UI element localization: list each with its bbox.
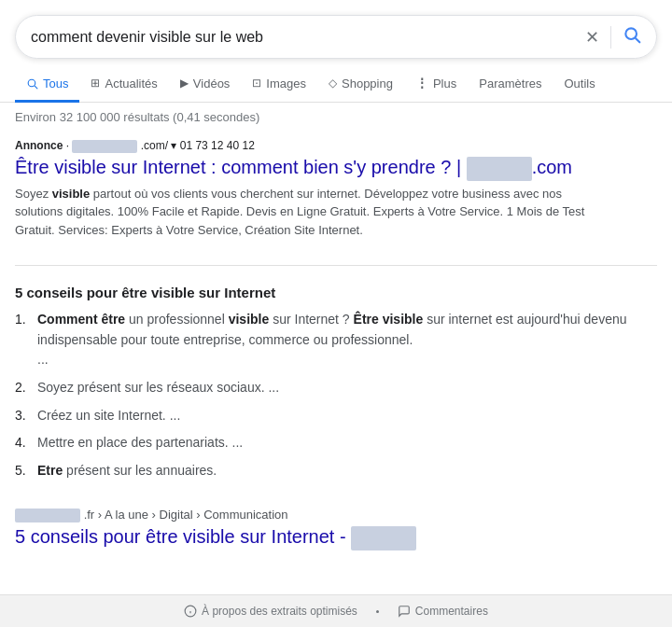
organic-list: 1. Comment être un professionnel visible… xyxy=(15,310,657,481)
actualites-icon: ⊞ xyxy=(91,77,100,90)
list-text-2: Soyez présent sur les réseaux sociaux. .… xyxy=(37,378,279,398)
list-item: 5. Etre présent sur les annuaires. xyxy=(15,461,657,481)
list-item: 3. Créez un site Internet. ... xyxy=(15,406,657,426)
list-item: 2. Soyez présent sur les réseaux sociaux… xyxy=(15,378,657,398)
tab-parametres-label: Paramètres xyxy=(479,77,541,91)
tab-shopping-label: Shopping xyxy=(342,77,393,91)
tab-actualites-label: Actualités xyxy=(105,77,157,91)
search-icons: ✕ xyxy=(585,25,641,49)
close-icon[interactable]: ✕ xyxy=(585,29,599,46)
ad-phone: 01 73 12 40 12 xyxy=(180,139,255,152)
tab-parametres[interactable]: Paramètres xyxy=(468,67,553,103)
tab-plus-label: Plus xyxy=(433,77,456,91)
list-text-1: Comment être un professionnel visible su… xyxy=(37,310,657,370)
svg-point-0 xyxy=(625,28,637,39)
svg-point-2 xyxy=(28,79,35,87)
search-bar: ✕ xyxy=(15,15,657,59)
organic-block: 5 conseils pour être visible sur Interne… xyxy=(15,277,657,496)
ad-title-domain xyxy=(467,157,532,181)
bottom-title[interactable]: 5 conseils pour être visible sur Interne… xyxy=(15,524,657,550)
ad-title[interactable]: Être visible sur Internet : comment bien… xyxy=(15,155,657,181)
ad-domain-blur xyxy=(72,140,137,153)
search-bar-container: ✕ xyxy=(0,0,672,59)
shopping-icon: ◇ xyxy=(329,77,337,90)
list-item: 1. Comment être un professionnel visible… xyxy=(15,310,657,370)
ad-block: Annonce · .com/ ▾ 01 73 12 40 12 Être vi… xyxy=(15,132,657,254)
tous-icon xyxy=(26,77,38,90)
list-num-4: 4. xyxy=(15,433,32,453)
list-num-3: 3. xyxy=(15,406,32,426)
ad-description: Soyez visible partout où vos clients vou… xyxy=(15,185,612,240)
tab-videos-label: Vidéos xyxy=(193,77,231,91)
ad-title-end: .com xyxy=(532,157,572,177)
tab-actualites[interactable]: ⊞ Actualités xyxy=(79,67,168,103)
images-icon: ⊡ xyxy=(252,77,261,90)
bottom-result: .fr › A la une › Digital › Communication… xyxy=(15,500,657,558)
footer-comments-label: Commentaires xyxy=(415,605,488,618)
list-num-2: 2. xyxy=(15,378,32,398)
footer: À propos des extraits optimisés Commenta… xyxy=(0,594,672,627)
vertical-divider xyxy=(610,26,611,49)
comment-icon xyxy=(398,605,411,618)
list-text-5: Etre présent sur les annuaires. xyxy=(37,461,217,481)
ad-chevron: ▾ xyxy=(171,139,176,152)
footer-comments[interactable]: Commentaires xyxy=(398,605,488,618)
list-item: 4. Mettre en place des partenariats. ... xyxy=(15,433,657,453)
tab-images-label: Images xyxy=(266,77,306,91)
ad-title-start: Être visible sur Internet : comment bien… xyxy=(15,157,467,177)
bottom-domain-suffix: .fr › A la une › Digital › Communication xyxy=(84,508,288,522)
bottom-title-blur xyxy=(351,526,416,550)
info-icon xyxy=(184,605,197,618)
footer-about[interactable]: À propos des extraits optimisés xyxy=(184,605,357,618)
main-content: Annonce · .com/ ▾ 01 73 12 40 12 Être vi… xyxy=(0,132,672,558)
search-icon[interactable] xyxy=(623,25,641,49)
svg-line-1 xyxy=(636,38,639,42)
list-text-3: Créez un site Internet. ... xyxy=(37,406,180,426)
nav-tabs: Tous ⊞ Actualités ▶ Vidéos ⊡ Images ◇ Sh… xyxy=(0,66,672,103)
footer-about-label: À propos des extraits optimisés xyxy=(202,605,357,618)
tab-outils-label: Outils xyxy=(564,77,595,91)
svg-line-3 xyxy=(35,86,37,89)
tab-videos[interactable]: ▶ Vidéos xyxy=(169,67,242,103)
tab-outils[interactable]: Outils xyxy=(553,67,606,103)
ad-domain-suffix: .com/ xyxy=(141,139,168,152)
bottom-url-line: .fr › A la une › Digital › Communication xyxy=(15,508,657,522)
tab-tous[interactable]: Tous xyxy=(15,67,79,103)
results-count: Environ 32 100 000 résultats (0,41 secon… xyxy=(0,103,672,132)
search-input[interactable] xyxy=(31,29,585,46)
tab-plus[interactable]: ⋮ Plus xyxy=(404,66,468,103)
tab-shopping[interactable]: ◇ Shopping xyxy=(317,67,404,103)
bottom-domain-blur xyxy=(15,509,80,522)
separator-1 xyxy=(15,265,657,266)
tab-images[interactable]: ⊡ Images xyxy=(241,67,317,103)
videos-icon: ▶ xyxy=(180,77,189,90)
ad-label: Annonce · .com/ ▾ 01 73 12 40 12 xyxy=(15,139,657,153)
organic-heading: 5 conseils pour être visible sur Interne… xyxy=(15,285,657,300)
tab-tous-label: Tous xyxy=(43,77,68,91)
footer-dot xyxy=(376,610,379,613)
bottom-title-start: 5 conseils pour être visible sur Interne… xyxy=(15,526,351,547)
plus-icon: ⋮ xyxy=(415,76,428,91)
list-text-4: Mettre en place des partenariats. ... xyxy=(37,433,243,453)
list-num-5: 5. xyxy=(15,461,32,481)
list-num-1: 1. xyxy=(15,310,32,370)
